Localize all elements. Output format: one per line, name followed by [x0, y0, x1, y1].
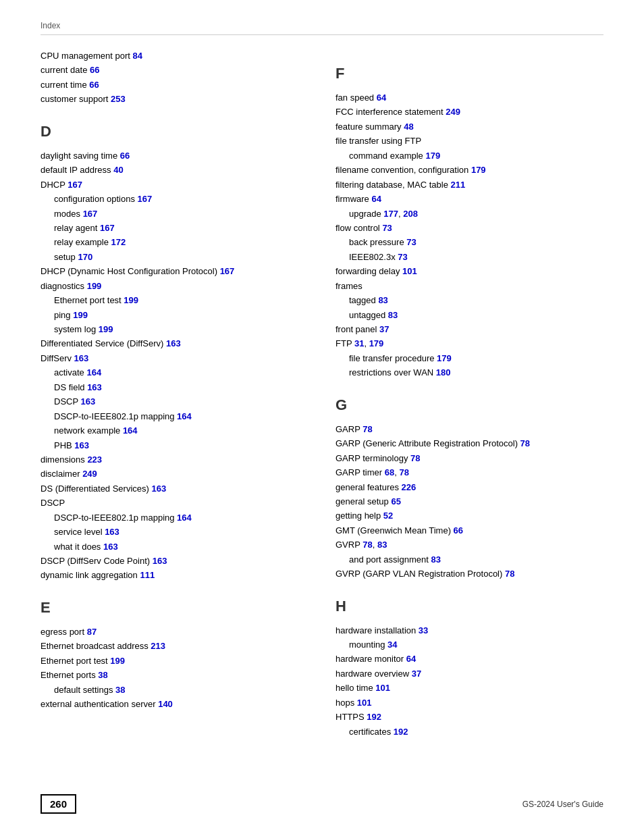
list-item: relay agent 167 [41, 221, 308, 235]
list-item: hardware monitor 64 [336, 652, 603, 666]
list-item: network example 164 [41, 423, 308, 438]
list-item: system log 199 [41, 322, 308, 336]
list-item: current date 66 [41, 63, 308, 77]
list-item: GVRP 78, 83 [336, 538, 603, 552]
list-item: modes 167 [41, 207, 308, 221]
page-number: 260 [41, 794, 76, 814]
left-column: CPU management port 84 current date 66 c… [41, 49, 308, 746]
list-item: what it does 163 [41, 540, 308, 554]
list-item: DSCP-to-IEEE802.1p mapping 164 [41, 409, 308, 423]
list-item: service level 163 [41, 525, 308, 539]
list-item: getting help 52 [336, 509, 603, 523]
list-item: command example 179 [336, 149, 603, 163]
section-letter-f: F [336, 65, 603, 82]
list-item: file transfer using FTP [336, 134, 603, 148]
list-item: restrictions over WAN 180 [336, 365, 603, 380]
list-item: firmware 64 [336, 192, 603, 206]
list-item: HTTPS 192 [336, 710, 603, 724]
list-item: GARP 78 [336, 422, 603, 436]
list-item: DiffServ 163 [41, 351, 308, 365]
section-h: H hardware installation 33 mounting 34 h… [336, 598, 603, 739]
list-item: filtering database, MAC table 211 [336, 178, 603, 192]
list-item: frames [336, 279, 603, 293]
list-item: tagged 83 [336, 293, 603, 307]
section-letter-d: D [41, 123, 308, 140]
main-columns: CPU management port 84 current date 66 c… [41, 49, 603, 746]
list-item: default settings 38 [41, 683, 308, 697]
header-text: Index [41, 21, 60, 30]
list-item: GARP terminology 78 [336, 451, 603, 465]
list-item: disclaimer 249 [41, 467, 308, 481]
section-f: F fan speed 64 FCC interference statemen… [336, 65, 603, 380]
list-item: CPU management port 84 [41, 49, 308, 63]
list-item: diagnostics 199 [41, 279, 308, 293]
list-item: hello time 101 [336, 681, 603, 695]
list-item: activate 164 [41, 365, 308, 380]
list-item: fan speed 64 [336, 90, 603, 105]
list-item: DS field 163 [41, 380, 308, 394]
section-e: E egress port 87 Ethernet broadcast addr… [41, 599, 308, 712]
list-item: DSCP [41, 496, 308, 510]
list-item: DSCP-to-IEEE802.1p mapping 164 [41, 511, 308, 525]
list-item: untagged 83 [336, 308, 603, 322]
list-item: FCC interference statement 249 [336, 105, 603, 119]
list-item: hardware installation 33 [336, 623, 603, 637]
list-item: and port assignment 83 [336, 552, 603, 567]
list-item: back pressure 73 [336, 235, 603, 249]
list-item: GARP (Generic Attribute Registration Pro… [336, 436, 603, 450]
list-item: general features 226 [336, 480, 603, 494]
list-item: relay example 172 [41, 235, 308, 249]
list-item: general setup 65 [336, 494, 603, 509]
list-item: Ethernet ports 38 [41, 668, 308, 682]
list-item: daylight saving time 66 [41, 149, 308, 163]
list-item: Ethernet port test 199 [41, 654, 308, 668]
list-item: DS (Differentiated Services) 163 [41, 481, 308, 496]
section-letter-g: G [336, 396, 603, 414]
list-item: DHCP 167 [41, 178, 308, 192]
list-item: ping 199 [41, 308, 308, 322]
list-item: certificates 192 [336, 725, 603, 739]
list-item: upgrade 177, 208 [336, 207, 603, 221]
list-item: GMT (Greenwich Mean Time) 66 [336, 523, 603, 538]
list-item: hops 101 [336, 696, 603, 710]
list-item: forwarding delay 101 [336, 264, 603, 278]
list-item: dimensions 223 [41, 452, 308, 467]
list-item: Ethernet port test 199 [41, 293, 308, 307]
list-item: PHB 163 [41, 438, 308, 452]
section-letter-e: E [41, 599, 308, 617]
list-item: egress port 87 [41, 625, 308, 639]
list-item: DHCP (Dynamic Host Configuration Protoco… [41, 264, 308, 278]
page-footer: 260 GS-2024 User's Guide [0, 794, 644, 814]
list-item: IEEE802.3x 73 [336, 250, 603, 264]
list-item: mounting 34 [336, 637, 603, 652]
footer-title: GS-2024 User's Guide [522, 800, 603, 809]
list-item: DSCP (DiffServ Code Point) 163 [41, 554, 308, 568]
list-item: external authentication server 140 [41, 697, 308, 711]
list-item: GARP timer 68, 78 [336, 465, 603, 479]
page-header: Index [41, 20, 603, 35]
right-column: F fan speed 64 FCC interference statemen… [336, 49, 603, 746]
section-g: G GARP 78 GARP (Generic Attribute Regist… [336, 396, 603, 581]
page: Index CPU management port 84 current dat… [0, 0, 644, 834]
list-item: filename convention, configuration 179 [336, 163, 603, 177]
list-item: flow control 73 [336, 221, 603, 235]
list-item: feature summary 48 [336, 120, 603, 134]
section-letter-h: H [336, 598, 603, 615]
list-item: setup 170 [41, 250, 308, 264]
list-item: current time 66 [41, 78, 308, 92]
list-item: GVRP (GARP VLAN Registration Protocol) 7… [336, 567, 603, 581]
section-d: D daylight saving time 66 default IP add… [41, 123, 308, 583]
list-item: dynamic link aggregation 111 [41, 568, 308, 582]
list-item: default IP address 40 [41, 163, 308, 177]
list-item: customer support 253 [41, 92, 308, 106]
list-item: FTP 31, 179 [336, 336, 603, 350]
list-item: Differentiated Service (DiffServ) 163 [41, 336, 308, 350]
list-item: hardware overview 37 [336, 667, 603, 681]
list-item: Ethernet broadcast address 213 [41, 639, 308, 653]
top-entries: CPU management port 84 current date 66 c… [41, 49, 308, 107]
list-item: configuration options 167 [41, 192, 308, 206]
list-item: file transfer procedure 179 [336, 351, 603, 365]
list-item: DSCP 163 [41, 394, 308, 409]
list-item: front panel 37 [336, 322, 603, 336]
